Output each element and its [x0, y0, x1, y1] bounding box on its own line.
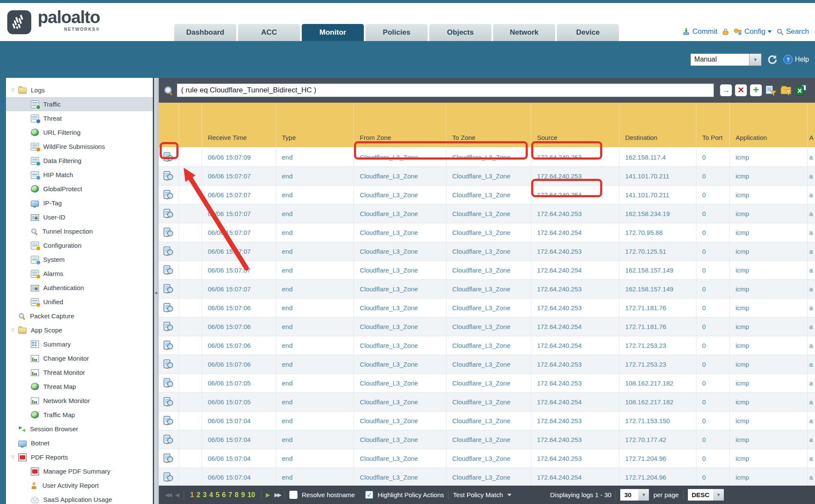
sidebar-item-configuration[interactable]: Configuration	[6, 238, 153, 252]
cell-type[interactable]: end	[276, 204, 354, 223]
cell-application[interactable]: icmp	[729, 148, 807, 166]
column-header-destination[interactable]: Destination	[619, 103, 696, 148]
sort-order-select[interactable]: DESC	[688, 489, 724, 501]
cell-receive-time[interactable]: 06/06 15:07:05	[202, 392, 276, 411]
cell-source[interactable]: 172.64.240.253	[531, 242, 619, 261]
page-number-6[interactable]: 6	[222, 491, 226, 499]
cell-action[interactable]: a	[807, 166, 815, 185]
cell-source[interactable]: 172.64.240.253	[531, 204, 619, 223]
cell-destination[interactable]: 172.71.253.23	[619, 336, 696, 355]
cell-source[interactable]: 172.64.240.254	[531, 317, 619, 336]
cell-destination[interactable]: 141.101.70.211	[619, 185, 696, 204]
cell-destination[interactable]: 108.162.217.182	[619, 392, 696, 411]
cell-to-port[interactable]: 0	[696, 242, 729, 261]
cell-application[interactable]: icmp	[729, 411, 807, 430]
cell-destination[interactable]: 172.71.253.23	[619, 355, 696, 374]
cell-destination[interactable]: 172.70.95.88	[619, 223, 696, 242]
cell-to-zone[interactable]: Cloudflare_L3_Zone	[446, 336, 531, 355]
cell-type[interactable]: end	[276, 223, 354, 242]
cell-to-port[interactable]: 0	[696, 449, 729, 468]
cell-to-port[interactable]: 0	[696, 336, 729, 355]
sidebar-item-traffic-map[interactable]: Traffic Map	[6, 408, 153, 422]
cell-type[interactable]: end	[276, 185, 354, 204]
cell-from-zone[interactable]: Cloudflare_L3_Zone	[354, 185, 446, 204]
export-logs-button[interactable]	[795, 84, 807, 96]
log-detail-icon[interactable]	[159, 374, 178, 392]
cell-application[interactable]: icmp	[729, 242, 807, 261]
config-menu-button[interactable]: Config	[734, 27, 772, 36]
last-page-button[interactable]: ▶▶	[274, 492, 280, 498]
cell-to-port[interactable]: 0	[696, 374, 729, 392]
cell-source[interactable]: 172.64.240.254	[531, 468, 619, 486]
cell-to-zone[interactable]: Cloudflare_L3_Zone	[446, 317, 531, 336]
cell-action[interactable]: a	[807, 392, 815, 411]
log-detail-icon[interactable]	[159, 148, 178, 166]
sidebar-item-logs[interactable]: ▽Logs	[6, 83, 153, 97]
sidebar-item-change-monitor[interactable]: Change Monitor	[6, 351, 153, 365]
cell-to-zone[interactable]: Cloudflare_L3_Zone	[446, 411, 531, 430]
column-header-to-port[interactable]: To Port	[696, 103, 729, 148]
resolve-hostname-checkbox[interactable]	[289, 491, 297, 499]
cell-to-zone[interactable]: Cloudflare_L3_Zone	[446, 185, 531, 204]
cell-destination[interactable]: 172.71.181.76	[619, 298, 696, 317]
sidebar-item-saas-application-usage[interactable]: SaaS Application Usage	[6, 492, 153, 504]
cell-to-zone[interactable]: Cloudflare_L3_Zone	[446, 242, 531, 261]
add-filter-button[interactable]	[750, 84, 762, 96]
sidebar-item-wildfire-submissions[interactable]: WildFire Submissions	[6, 139, 153, 154]
tab-monitor[interactable]: Monitor	[302, 24, 364, 41]
cell-to-zone[interactable]: Cloudflare_L3_Zone	[446, 392, 531, 411]
cell-from-zone[interactable]: Cloudflare_L3_Zone	[354, 355, 446, 374]
log-detail-icon[interactable]	[159, 430, 178, 449]
cell-from-zone[interactable]: Cloudflare_L3_Zone	[354, 279, 446, 298]
cell-to-zone[interactable]: Cloudflare_L3_Zone	[446, 204, 531, 223]
sidebar-item-unified[interactable]: Unified	[6, 295, 153, 309]
cell-type[interactable]: end	[276, 449, 354, 468]
log-detail-icon[interactable]	[159, 298, 178, 317]
refresh-mode-select[interactable]: Manual	[690, 53, 761, 66]
cell-to-port[interactable]: 0	[696, 223, 729, 242]
column-header-from-zone[interactable]: From Zone	[354, 103, 446, 148]
cell-source[interactable]: 172.64.240.253	[531, 279, 619, 298]
cell-to-zone[interactable]: Cloudflare_L3_Zone	[446, 449, 531, 468]
cell-source[interactable]: 172.64.240.253	[531, 449, 619, 468]
cell-source[interactable]: 172.64.240.254	[531, 261, 619, 279]
cell-application[interactable]: icmp	[729, 468, 807, 486]
cell-receive-time[interactable]: 06/06 15:07:07	[202, 261, 276, 279]
page-number-4[interactable]: 4	[209, 491, 213, 499]
cell-application[interactable]: icmp	[729, 204, 807, 223]
cell-to-zone[interactable]: Cloudflare_L3_Zone	[446, 166, 531, 185]
cell-application[interactable]: icmp	[729, 261, 807, 279]
cell-receive-time[interactable]: 06/06 15:07:07	[202, 204, 276, 223]
cell-receive-time[interactable]: 06/06 15:07:06	[202, 355, 276, 374]
sidebar-item-threat[interactable]: Threat	[6, 111, 153, 125]
cell-type[interactable]: end	[276, 411, 354, 430]
cell-source[interactable]: 172.64.240.253	[531, 166, 619, 185]
page-number-9[interactable]: 9	[241, 491, 245, 499]
commit-button[interactable]: Commit	[682, 27, 717, 36]
cell-receive-time[interactable]: 06/06 15:07:06	[202, 336, 276, 355]
highlight-policy-actions-checkbox[interactable]	[365, 491, 373, 499]
sidebar-item-url-filtering[interactable]: URL Filtering	[6, 125, 153, 139]
cell-application[interactable]: icmp	[729, 392, 807, 411]
cell-to-port[interactable]: 0	[696, 298, 729, 317]
sidebar-item-ip-tag[interactable]: IP-Tag	[6, 196, 153, 210]
cell-to-port[interactable]: 0	[696, 204, 729, 223]
cell-application[interactable]: icmp	[729, 166, 807, 185]
per-page-dropdown-button[interactable]	[638, 489, 649, 501]
page-number-1[interactable]: 1	[190, 491, 194, 499]
cell-type[interactable]: end	[276, 430, 354, 449]
cell-type[interactable]: end	[276, 317, 354, 336]
cell-application[interactable]: icmp	[729, 355, 807, 374]
cell-type[interactable]: end	[276, 242, 354, 261]
cell-to-port[interactable]: 0	[696, 317, 729, 336]
cell-action[interactable]: a	[807, 411, 815, 430]
cell-to-zone[interactable]: Cloudflare_L3_Zone	[446, 298, 531, 317]
cell-destination[interactable]: 172.70.177.42	[619, 430, 696, 449]
cell-from-zone[interactable]: Cloudflare_L3_Zone	[354, 449, 446, 468]
test-policy-match-button[interactable]: Test Policy Match	[453, 491, 503, 498]
cell-receive-time[interactable]: 06/06 15:07:04	[202, 430, 276, 449]
cell-application[interactable]: icmp	[729, 430, 807, 449]
column-header-to-zone[interactable]: To Zone	[446, 103, 531, 148]
log-detail-icon[interactable]	[159, 242, 178, 261]
cell-receive-time[interactable]: 06/06 15:07:06	[202, 298, 276, 317]
